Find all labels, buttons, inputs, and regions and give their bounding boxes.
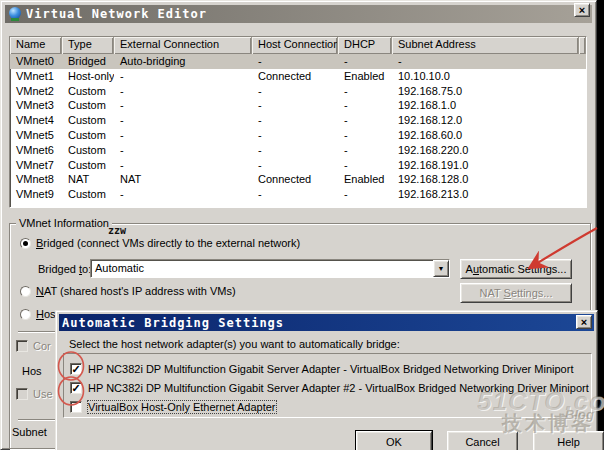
radio-icon[interactable]	[20, 286, 31, 297]
table-cell: 192.168.213.0	[392, 187, 579, 202]
table-cell: Enabled	[338, 69, 392, 84]
table-cell: -	[114, 69, 252, 84]
table-cell: -	[252, 98, 338, 113]
table-row[interactable]: VMnet1Host-only-ConnectedEnabled10.10.10…	[10, 69, 586, 84]
table-cell: NAT	[62, 172, 114, 187]
table-row[interactable]: VMnet4Custom---192.168.12.0	[10, 113, 586, 128]
nat-radio-label: NAT (shared host's IP address with VMs)	[36, 285, 236, 297]
adapter-item[interactable]: ✓HP NC382i DP Multifunction Gigabit Serv…	[70, 359, 591, 378]
column-header-type[interactable]: Type	[62, 37, 114, 54]
table-cell: Enabled	[338, 172, 392, 187]
column-header-dhcp[interactable]: DHCP	[338, 37, 392, 54]
dialog-instruction: Select the host network adapter(s) you w…	[69, 338, 400, 350]
unchecked-checkbox[interactable]	[70, 401, 82, 413]
column-header-name[interactable]: Name	[10, 37, 62, 54]
radio-icon[interactable]	[20, 309, 31, 320]
table-cell: VMnet5	[10, 128, 62, 143]
table-cell: -	[114, 187, 252, 202]
table-cell: -	[252, 54, 338, 69]
table-row[interactable]: VMnet5Custom---192.168.60.0	[10, 128, 586, 143]
close-icon[interactable]: ×	[576, 315, 592, 329]
automatic-bridging-settings-dialog: Automatic Bridging Settings × Select the…	[55, 310, 598, 450]
table-cell: Custom	[62, 84, 114, 99]
ok-button[interactable]: OK	[356, 431, 432, 450]
table-cell: -	[338, 158, 392, 173]
bridged-radio-label: Bridged (connect VMs directly to the ext…	[36, 237, 300, 249]
help-button[interactable]: Help	[533, 431, 604, 450]
table-cell: 192.168.128.0	[392, 172, 579, 187]
table-cell: Connected	[252, 69, 338, 84]
table-row[interactable]: VMnet9Custom---192.168.213.0	[10, 187, 586, 202]
adapter-label: VirtualBox Host-Only Ethernet Adapter	[88, 401, 276, 413]
table-cell: -	[252, 158, 338, 173]
table-cell: -	[338, 98, 392, 113]
table-cell: -	[338, 84, 392, 99]
combobox-value: Automatic	[91, 260, 433, 277]
window-title: Virtual Network Editor	[26, 7, 207, 21]
table-cell: -	[338, 143, 392, 158]
table-cell: -	[338, 128, 392, 143]
vmnet-table[interactable]: Name Type External Connection Host Conne…	[9, 36, 587, 208]
unchecked-checkbox	[16, 388, 28, 400]
table-cell: -	[114, 143, 252, 158]
adapter-label: HP NC382i DP Multifunction Gigabit Serve…	[88, 363, 573, 375]
table-cell: Custom	[62, 98, 114, 113]
bridged-to-combobox[interactable]: Automatic ▼	[90, 259, 450, 278]
table-cell: -	[252, 84, 338, 99]
table-cell: -	[338, 187, 392, 202]
table-row[interactable]: VMnet6Custom---192.168.220.0	[10, 143, 586, 158]
table-header: Name Type External Connection Host Conne…	[10, 37, 586, 54]
table-row[interactable]: VMnet7Custom---192.168.191.0	[10, 158, 586, 173]
radio-selected-icon[interactable]	[20, 238, 31, 249]
nat-radio[interactable]: NAT (shared host's IP address with VMs)	[20, 285, 236, 297]
table-row[interactable]: VMnet0BridgedAuto-bridging---	[10, 54, 586, 69]
table-cell: 192.168.12.0	[392, 113, 579, 128]
table-row[interactable]: VMnet3Custom---192.168.1.0	[10, 98, 586, 113]
table-cell: Auto-bridging	[114, 54, 252, 69]
table-cell: 192.168.1.0	[392, 98, 579, 113]
table-cell: 192.168.75.0	[392, 84, 579, 99]
bridged-to-label: Bridged to:	[38, 263, 91, 275]
table-cell: VMnet2	[10, 84, 62, 99]
table-cell: -	[114, 113, 252, 128]
bridged-radio[interactable]: Bridged (connect VMs directly to the ext…	[20, 237, 300, 249]
adapter-item[interactable]: ✓HP NC382i DP Multifunction Gigabit Serv…	[70, 378, 591, 397]
nat-settings-button: NAT Settings...	[460, 283, 572, 303]
automatic-settings-button[interactable]: Automatic Settings...	[460, 259, 572, 279]
table-row[interactable]: VMnet2Custom---192.168.75.0	[10, 84, 586, 99]
column-header-subnet-address[interactable]: Subnet Address	[392, 37, 579, 54]
column-header-stub	[579, 37, 586, 54]
table-cell: VMnet4	[10, 113, 62, 128]
table-cell: 192.168.60.0	[392, 128, 579, 143]
table-cell: VMnet9	[10, 187, 62, 202]
table-cell: Custom	[62, 187, 114, 202]
column-header-host-connection[interactable]: Host Connection	[252, 37, 338, 54]
table-cell: VMnet6	[10, 143, 62, 158]
globe-icon	[8, 7, 22, 21]
adapter-item[interactable]: VirtualBox Host-Only Ethernet Adapter	[70, 397, 591, 416]
checked-checkbox[interactable]: ✓	[70, 382, 82, 394]
table-cell: Host-only	[62, 69, 114, 84]
host-only-radio[interactable]: Hos	[20, 308, 56, 320]
cancel-button[interactable]: Cancel	[447, 431, 518, 450]
checked-checkbox[interactable]: ✓	[70, 363, 82, 375]
table-cell: 192.168.191.0	[392, 158, 579, 173]
group-label: VMnet Information	[16, 217, 112, 229]
unchecked-checkbox	[16, 340, 28, 352]
table-cell: Custom	[62, 128, 114, 143]
table-cell: -	[252, 128, 338, 143]
table-cell: -	[338, 113, 392, 128]
table-row[interactable]: VMnet8NATNATConnectedEnabled192.168.128.…	[10, 172, 586, 187]
column-header-external-connection[interactable]: External Connection	[114, 37, 252, 54]
connect-host-adapter-checkbox: Cor	[16, 340, 51, 352]
table-cell: Connected	[252, 172, 338, 187]
watermark-zzw: zzw	[108, 225, 126, 236]
adapter-label: HP NC382i DP Multifunction Gigabit Serve…	[88, 382, 589, 394]
subnet-label: Subnet	[12, 426, 47, 438]
table-cell: 10.10.10.0	[392, 69, 579, 84]
table-cell: -	[252, 187, 338, 202]
chevron-down-icon[interactable]: ▼	[433, 260, 449, 277]
table-cell: Bridged	[62, 54, 114, 69]
main-titlebar: Virtual Network Editor	[5, 5, 592, 23]
close-icon[interactable]: ×	[574, 3, 590, 17]
